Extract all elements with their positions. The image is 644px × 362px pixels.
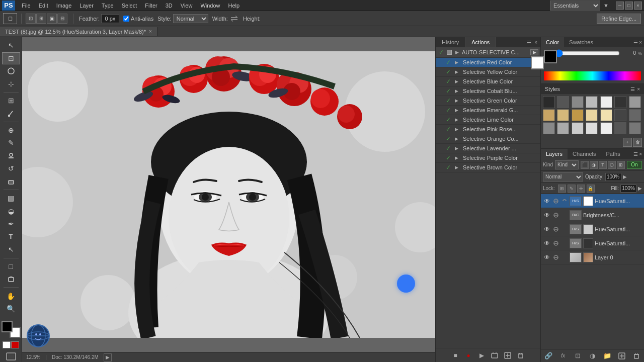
tool-text[interactable]: T	[2, 231, 20, 243]
tool-brush[interactable]: ✎	[2, 137, 20, 149]
tool-zoom[interactable]: 🔍	[2, 303, 20, 315]
layer-group-btn[interactable]: 📁	[603, 351, 612, 360]
menu-3d[interactable]: 3D	[162, 2, 176, 10]
menu-file[interactable]: File	[18, 2, 34, 10]
options-icon-3[interactable]: ▣	[47, 14, 57, 24]
options-icon-4[interactable]: ⊟	[57, 14, 67, 24]
actions-new-set-btn[interactable]	[489, 350, 500, 360]
action-item-11[interactable]: ✓ ▶ Selective Brown Color	[436, 163, 540, 172]
bg-color-box[interactable]	[531, 56, 544, 69]
lock-pixels-icon[interactable]: ✎	[568, 185, 576, 193]
style-swatch-9[interactable]	[572, 109, 584, 121]
layer-item-4[interactable]: 👁 Layer 0	[541, 250, 644, 264]
tool-marquee[interactable]: ⊡	[2, 52, 20, 65]
menu-filter[interactable]: Filter	[141, 2, 160, 10]
screen-mode-btn[interactable]	[6, 352, 17, 362]
actions-tab[interactable]: Actions	[465, 37, 496, 47]
layer-2-visibility[interactable]: 👁	[543, 225, 551, 233]
panel-close-icon[interactable]: ×	[533, 39, 538, 46]
menu-image[interactable]: Image	[53, 2, 75, 10]
tool-pen[interactable]: ✒	[2, 218, 20, 230]
action-group-header[interactable]: ✓ ▶ AUTO-SELECTIVE C... ▶	[436, 47, 540, 58]
style-swatch-17[interactable]	[586, 122, 598, 134]
actions-record-btn[interactable]: ●	[463, 350, 474, 360]
style-swatch-14[interactable]	[543, 122, 555, 134]
menu-view[interactable]: View	[177, 2, 196, 10]
refine-edge-button[interactable]: Refine Edge...	[597, 14, 641, 24]
anti-alias-checkbox[interactable]	[123, 16, 129, 22]
style-swatch-1[interactable]	[557, 96, 569, 108]
menu-help[interactable]: Help	[225, 2, 244, 10]
layers-panel-menu[interactable]: ☰	[633, 151, 638, 157]
document-tab[interactable]: TEST (8).jpg @ 12.5% (Hue/Saturation 3, …	[0, 27, 157, 36]
filter-on-toggle[interactable]: On	[627, 161, 642, 169]
action-item-5[interactable]: ✓ ▶ Selective Emerald G...	[436, 106, 540, 115]
style-swatch-20[interactable]	[629, 122, 641, 134]
style-swatch-10[interactable]	[586, 109, 598, 121]
actions-delete-btn[interactable]	[515, 350, 526, 360]
style-swatch-19[interactable]	[614, 122, 626, 134]
tutorial-globe[interactable]	[26, 324, 50, 348]
menu-edit[interactable]: Edit	[35, 2, 52, 10]
tool-shape[interactable]: □	[2, 260, 20, 273]
tool-move[interactable]: ↖	[2, 39, 20, 52]
action-item-3[interactable]: ✓ ▶ Selective Cobalt Blu...	[436, 86, 540, 96]
styles-close[interactable]: ×	[637, 86, 640, 92]
minimize-btn[interactable]: ─	[616, 2, 624, 10]
lock-all-icon[interactable]: 🔒	[587, 185, 595, 193]
k-slider[interactable]	[555, 51, 620, 55]
action-item-8[interactable]: ✓ ▶ Selective Orange Co...	[436, 134, 540, 144]
fg-color-box[interactable]	[544, 50, 557, 63]
layers-tab[interactable]: Layers	[541, 149, 568, 159]
action-item-2[interactable]: ✓ ▶ Selective Blue Color	[436, 77, 540, 86]
layer-adjustment-btn[interactable]: ◑	[588, 351, 597, 360]
layer-item-2[interactable]: 👁 H/S Hue/Saturati...	[541, 222, 644, 236]
options-icon-1[interactable]: ⊡	[26, 14, 36, 24]
group-run-icon[interactable]: ▶	[530, 49, 538, 55]
style-swatch-11[interactable]	[600, 109, 612, 121]
style-swatch-2[interactable]	[572, 96, 584, 108]
action-item-4[interactable]: ✓ ▶ Selective Green Color	[436, 96, 540, 106]
tool-magic-wand[interactable]: ⊹	[2, 78, 20, 90]
action-item-10[interactable]: ✓ ▶ Selective Purple Color	[436, 153, 540, 163]
styles-delete-btn[interactable]: 🗑	[633, 138, 642, 147]
style-swatch-13[interactable]	[629, 109, 641, 121]
tool-dodge[interactable]: ◒	[2, 205, 20, 218]
layers-panel-close[interactable]: ×	[639, 151, 642, 157]
tool-gradient[interactable]: ▤	[2, 192, 20, 205]
filter-select[interactable]: Kind	[555, 160, 579, 169]
workspace-select[interactable]: Essentials	[550, 1, 600, 11]
layer-1-visibility[interactable]: 👁	[543, 211, 551, 219]
actions-stop-btn[interactable]: ■	[450, 350, 461, 360]
tool-crop[interactable]: ⊞	[2, 95, 20, 107]
color-gradient-bar[interactable]	[544, 71, 641, 80]
style-swatch-15[interactable]	[557, 122, 569, 134]
doc-info-btn[interactable]: ▶	[104, 353, 112, 361]
paths-tab[interactable]: Paths	[601, 149, 625, 159]
style-swatch-5[interactable]	[614, 96, 626, 108]
canvas-content[interactable]: RED COLOR ....	[22, 37, 435, 352]
actions-play-btn[interactable]: ▶	[476, 350, 487, 360]
style-swatch-3[interactable]	[586, 96, 598, 108]
opacity-arrow[interactable]: ▶	[623, 174, 627, 179]
action-item-0[interactable]: ✓ ▶ Selective Red Color	[436, 58, 540, 67]
color-panel-close[interactable]: ×	[639, 40, 642, 45]
style-swatch-4[interactable]	[600, 96, 612, 108]
layer-link-btn[interactable]: 🔗	[544, 351, 553, 360]
feather-input[interactable]	[101, 14, 119, 23]
menu-layer[interactable]: Layer	[76, 2, 97, 10]
styles-new-btn[interactable]: +	[623, 138, 632, 147]
fg-color-swatch[interactable]	[2, 321, 13, 332]
menu-select[interactable]: Select	[118, 2, 141, 10]
group-expand-icon[interactable]: ▶	[454, 49, 460, 55]
filter-shape-icon[interactable]: ⬡	[608, 161, 616, 169]
lock-transparent-icon[interactable]: ⊞	[558, 185, 566, 193]
layer-delete-btn[interactable]	[632, 351, 641, 360]
layer-item-0[interactable]: 👁 H/S Hue/Saturati...	[541, 194, 644, 208]
actions-new-action-btn[interactable]	[502, 350, 513, 360]
color-panel-menu[interactable]: ☰	[633, 40, 638, 45]
close-btn[interactable]: ×	[634, 2, 642, 10]
normal-mode-icon[interactable]	[3, 341, 11, 348]
menu-window[interactable]: Window	[197, 2, 223, 10]
channels-tab[interactable]: Channels	[568, 149, 601, 159]
